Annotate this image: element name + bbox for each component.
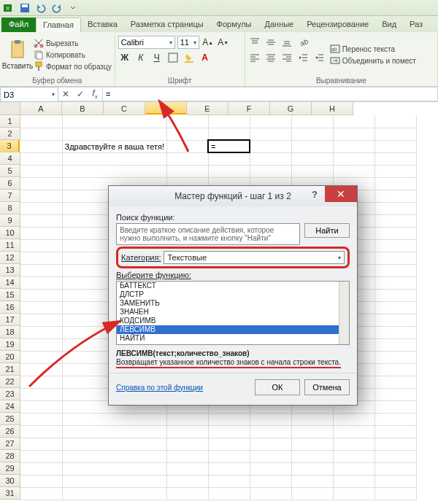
row-header[interactable]: 5: [0, 165, 20, 177]
function-list-item[interactable]: КОДСИМВ: [117, 317, 349, 325]
help-link[interactable]: Справка по этой функции: [116, 384, 203, 392]
dialog-close-button[interactable]: ✕: [325, 186, 357, 202]
tab-page-layout[interactable]: Разметка страницы: [124, 18, 210, 32]
cell[interactable]: [62, 438, 166, 450]
cell[interactable]: [250, 438, 291, 450]
cell[interactable]: [374, 264, 416, 276]
row-header[interactable]: 31: [0, 487, 20, 500]
format-painter-button[interactable]: Формат по образцу: [34, 61, 112, 71]
cell[interactable]: [291, 438, 333, 450]
row-header[interactable]: 27: [0, 438, 20, 450]
tab-extra[interactable]: Раз: [403, 18, 429, 32]
indent-increase-button[interactable]: [312, 51, 326, 64]
cell[interactable]: [374, 363, 416, 376]
align-center-button[interactable]: [264, 51, 277, 64]
dialog-title-bar[interactable]: Мастер функций - шаг 1 из 2 ? ✕: [109, 186, 357, 206]
cell[interactable]: [20, 165, 62, 177]
row-header[interactable]: 17: [0, 314, 20, 326]
cell[interactable]: [374, 338, 416, 351]
cell[interactable]: [20, 140, 62, 152]
insert-function-button[interactable]: fx: [88, 88, 102, 101]
cell[interactable]: [20, 252, 62, 264]
cell[interactable]: [291, 140, 333, 152]
cell[interactable]: [250, 487, 291, 500]
column-header[interactable]: D: [145, 102, 187, 115]
function-list-item[interactable]: НАЙТИ: [117, 334, 349, 343]
cell[interactable]: [374, 239, 416, 252]
shrink-font-button[interactable]: A▼: [217, 36, 230, 49]
row-header[interactable]: 12: [0, 252, 20, 264]
cell[interactable]: [333, 425, 374, 438]
column-header[interactable]: A: [20, 102, 62, 115]
column-header[interactable]: C: [104, 102, 145, 115]
function-list-item[interactable]: ЗНАЧЕН: [117, 308, 349, 317]
cell[interactable]: [291, 165, 333, 177]
cell[interactable]: [62, 425, 166, 438]
tab-review[interactable]: Рецензирование: [300, 18, 375, 32]
row-header[interactable]: 1: [0, 115, 20, 128]
cell[interactable]: [20, 376, 62, 388]
cell[interactable]: [20, 438, 62, 450]
cell[interactable]: [166, 165, 208, 177]
font-size-select[interactable]: 11▾: [177, 36, 199, 49]
cell[interactable]: [250, 165, 291, 177]
row-header[interactable]: 14: [0, 276, 20, 289]
cell[interactable]: [374, 487, 416, 500]
cell[interactable]: [20, 239, 62, 252]
cell[interactable]: [333, 128, 374, 140]
cell[interactable]: [62, 450, 166, 462]
cancel-edit-button[interactable]: ✕: [58, 88, 73, 101]
cell[interactable]: [20, 202, 62, 214]
align-bottom-button[interactable]: [280, 36, 293, 49]
cell[interactable]: [374, 214, 416, 227]
tab-data[interactable]: Данные: [258, 18, 300, 32]
row-header[interactable]: 26: [0, 425, 20, 438]
cell[interactable]: [374, 289, 416, 301]
cell[interactable]: [374, 190, 416, 202]
cell[interactable]: [208, 462, 250, 475]
cell[interactable]: [20, 351, 62, 363]
cell[interactable]: [20, 214, 62, 227]
cell[interactable]: [20, 115, 62, 128]
cell[interactable]: [250, 140, 291, 152]
column-header[interactable]: F: [228, 102, 270, 115]
cell[interactable]: [333, 487, 374, 500]
row-header[interactable]: 3: [0, 140, 20, 152]
cell[interactable]: [62, 487, 166, 500]
row-header[interactable]: 20: [0, 351, 20, 363]
align-middle-button[interactable]: [264, 36, 277, 49]
row-header[interactable]: 7: [0, 190, 20, 202]
cell[interactable]: [250, 115, 291, 128]
cell[interactable]: [291, 115, 333, 128]
name-box[interactable]: D3▾: [0, 87, 58, 102]
enter-edit-button[interactable]: ✓: [73, 88, 88, 101]
cell[interactable]: [208, 487, 250, 500]
cell[interactable]: [291, 462, 333, 475]
cell[interactable]: [374, 128, 416, 140]
cell[interactable]: [20, 177, 62, 190]
cell[interactable]: [20, 338, 62, 351]
cell[interactable]: [291, 475, 333, 487]
cell[interactable]: [333, 413, 374, 425]
cell[interactable]: [374, 276, 416, 289]
tab-formulas[interactable]: Формулы: [210, 18, 258, 32]
cell[interactable]: [208, 115, 250, 128]
align-left-button[interactable]: [248, 51, 261, 64]
column-header[interactable]: B: [62, 102, 104, 115]
row-header[interactable]: 22: [0, 376, 20, 388]
row-header[interactable]: 23: [0, 388, 20, 400]
cell[interactable]: [208, 450, 250, 462]
row-header[interactable]: 30: [0, 475, 20, 487]
cell[interactable]: [374, 438, 416, 450]
search-function-input[interactable]: Введите краткое описание действия, котор…: [116, 223, 300, 245]
cell[interactable]: [333, 152, 374, 165]
category-select[interactable]: Текстовые▾: [164, 251, 345, 264]
cell[interactable]: [374, 314, 416, 326]
cell[interactable]: [166, 425, 208, 438]
find-button[interactable]: Найти: [304, 223, 350, 238]
cell[interactable]: [374, 376, 416, 388]
cell[interactable]: [62, 413, 166, 425]
cell[interactable]: [20, 227, 62, 239]
cell[interactable]: [374, 413, 416, 425]
cell[interactable]: [20, 264, 62, 276]
